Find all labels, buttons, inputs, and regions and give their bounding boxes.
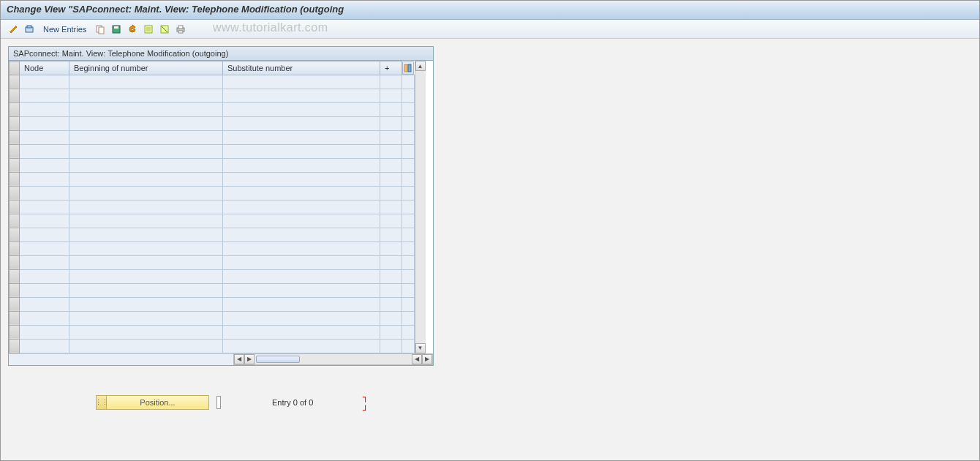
cell-beginning[interactable] [69, 144, 223, 158]
cell-beginning[interactable] [69, 269, 223, 283]
cell-plus[interactable] [380, 297, 402, 311]
position-button[interactable]: ⋮⋮ Position... [96, 395, 209, 410]
row-selector[interactable] [10, 130, 20, 144]
cell-node[interactable] [20, 116, 69, 130]
new-entries-button[interactable]: New Entries [39, 23, 91, 35]
table-row[interactable] [10, 130, 415, 144]
cell-plus[interactable] [380, 186, 402, 200]
cell-plus[interactable] [380, 269, 402, 283]
row-selector[interactable] [10, 116, 20, 130]
table-row[interactable] [10, 241, 415, 255]
row-selector[interactable] [10, 172, 20, 186]
cell-node[interactable] [20, 144, 69, 158]
scroll-left-end-icon[interactable]: ◀ [412, 354, 422, 364]
deselect-all-icon[interactable] [158, 23, 171, 36]
cell-node[interactable] [20, 228, 69, 241]
table-row[interactable] [10, 186, 415, 200]
table-settings-icon[interactable] [402, 61, 414, 75]
column-beginning[interactable]: Beginning of number [69, 61, 223, 75]
scroll-up-icon[interactable]: ▲ [415, 61, 426, 71]
scroll-thumb[interactable] [256, 356, 300, 363]
cell-node[interactable] [20, 200, 69, 214]
cell-plus[interactable] [380, 158, 402, 172]
cell-plus[interactable] [380, 325, 402, 339]
cell-node[interactable] [20, 339, 69, 353]
cell-plus[interactable] [380, 241, 402, 255]
cell-beginning[interactable] [69, 255, 223, 269]
undo-icon[interactable] [126, 23, 139, 36]
cell-substitute[interactable] [223, 325, 380, 339]
cell-beginning[interactable] [69, 283, 223, 297]
cell-beginning[interactable] [69, 158, 223, 172]
cell-substitute[interactable] [223, 255, 380, 269]
cell-beginning[interactable] [69, 200, 223, 214]
cell-plus[interactable] [380, 172, 402, 186]
row-selector[interactable] [10, 75, 20, 89]
select-all-icon[interactable] [142, 23, 155, 36]
cell-beginning[interactable] [69, 214, 223, 228]
cell-substitute[interactable] [223, 116, 380, 130]
print-icon[interactable] [174, 23, 187, 36]
cell-substitute[interactable] [223, 311, 380, 325]
row-selector[interactable] [10, 144, 20, 158]
cell-substitute[interactable] [223, 144, 380, 158]
row-selector[interactable] [10, 158, 20, 172]
table-row[interactable] [10, 339, 415, 353]
cell-beginning[interactable] [69, 228, 223, 241]
scroll-right-icon[interactable]: ▶ [244, 354, 255, 364]
row-selector[interactable] [10, 186, 20, 200]
row-selector[interactable] [10, 241, 20, 255]
cell-plus[interactable] [380, 339, 402, 353]
cell-node[interactable] [20, 255, 69, 269]
cell-node[interactable] [20, 130, 69, 144]
row-selector[interactable] [10, 325, 20, 339]
cell-plus[interactable] [380, 102, 402, 116]
cell-beginning[interactable] [69, 297, 223, 311]
cell-substitute[interactable] [223, 269, 380, 283]
cell-node[interactable] [20, 269, 69, 283]
cell-substitute[interactable] [223, 283, 380, 297]
table-row[interactable] [10, 116, 415, 130]
cell-plus[interactable] [380, 311, 402, 325]
row-selector[interactable] [10, 214, 20, 228]
row-selector[interactable] [10, 311, 20, 325]
table-row[interactable] [10, 269, 415, 283]
cell-beginning[interactable] [69, 102, 223, 116]
cell-beginning[interactable] [69, 186, 223, 200]
cell-substitute[interactable] [223, 339, 380, 353]
row-selector[interactable] [10, 228, 20, 241]
cell-beginning[interactable] [69, 172, 223, 186]
cell-plus[interactable] [380, 228, 402, 241]
cell-node[interactable] [20, 186, 69, 200]
cell-substitute[interactable] [223, 89, 380, 102]
cell-plus[interactable] [380, 144, 402, 158]
cell-beginning[interactable] [69, 241, 223, 255]
table-row[interactable] [10, 158, 415, 172]
cell-node[interactable] [20, 214, 69, 228]
cell-plus[interactable] [380, 283, 402, 297]
row-selector[interactable] [10, 255, 20, 269]
cell-substitute[interactable] [223, 130, 380, 144]
cell-plus[interactable] [380, 130, 402, 144]
scroll-right-end-icon[interactable]: ▶ [422, 354, 432, 364]
table-row[interactable] [10, 325, 415, 339]
row-selector-header[interactable] [10, 61, 20, 75]
cell-plus[interactable] [380, 214, 402, 228]
cell-substitute[interactable] [223, 75, 380, 89]
cell-node[interactable] [20, 89, 69, 102]
horizontal-scrollbar[interactable]: ◀ ▶ ◀ ▶ [233, 353, 433, 365]
cell-node[interactable] [20, 172, 69, 186]
cell-node[interactable] [20, 241, 69, 255]
table-row[interactable] [10, 311, 415, 325]
column-substitute[interactable]: Substitute number [223, 61, 380, 75]
toggle-edit-icon[interactable] [7, 23, 20, 36]
cell-substitute[interactable] [223, 200, 380, 214]
other-view-icon[interactable] [23, 23, 36, 36]
position-field[interactable] [216, 396, 221, 409]
column-node[interactable]: Node [20, 61, 69, 75]
cell-beginning[interactable] [69, 116, 223, 130]
table-row[interactable] [10, 200, 415, 214]
cell-substitute[interactable] [223, 172, 380, 186]
cell-substitute[interactable] [223, 297, 380, 311]
cell-substitute[interactable] [223, 214, 380, 228]
